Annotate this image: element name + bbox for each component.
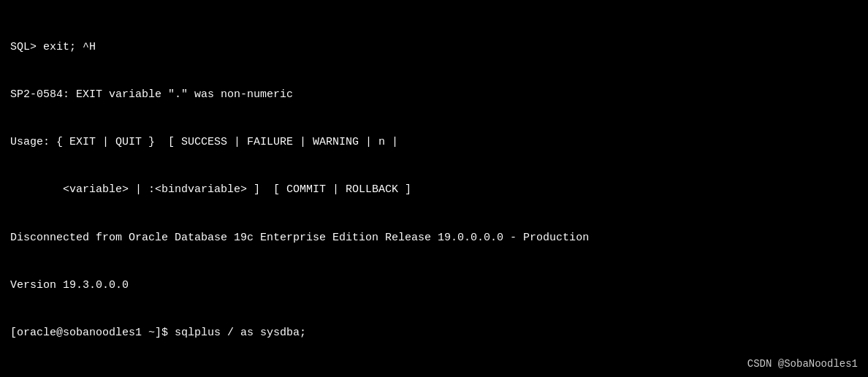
terminal-line-6: Version 19.3.0.0.0 <box>10 278 858 294</box>
terminal-window[interactable]: SQL> exit; ^H SP2-0584: EXIT variable ".… <box>0 0 868 377</box>
terminal-line-1: SQL> exit; ^H <box>10 39 858 56</box>
terminal-line-8 <box>10 373 858 377</box>
terminal-line-2: SP2-0584: EXIT variable "." was non-nume… <box>10 87 858 103</box>
terminal-output: SQL> exit; ^H SP2-0584: EXIT variable ".… <box>10 7 858 377</box>
terminal-line-7: [oracle@sobanoodles1 ~]$ sqlplus / as sy… <box>10 325 858 341</box>
terminal-line-4: <variable> | :<bindvariable> ] [ COMMIT … <box>10 182 858 198</box>
terminal-line-5: Disconnected from Oracle Database 19c En… <box>10 230 858 246</box>
watermark: CSDN @SobaNoodles1 <box>747 358 858 370</box>
terminal-line-3: Usage: { EXIT | QUIT } [ SUCCESS | FAILU… <box>10 134 858 151</box>
